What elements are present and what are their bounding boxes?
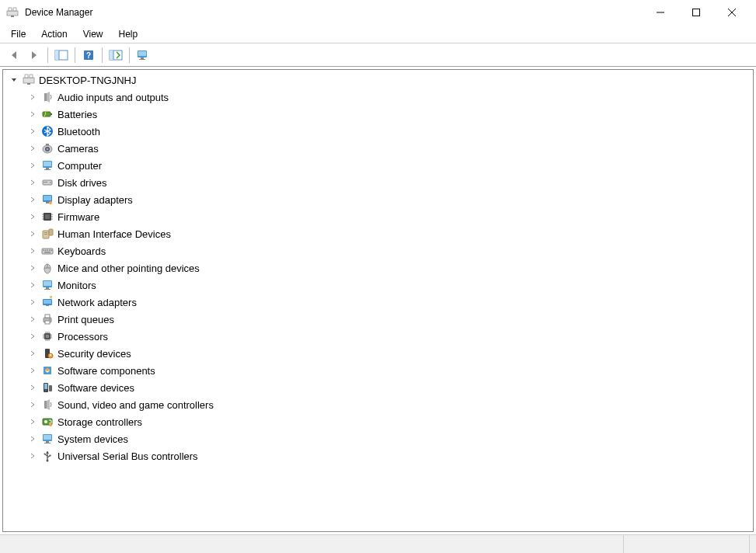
chevron-right-icon[interactable] <box>26 416 39 428</box>
svg-rect-112 <box>50 455 51 457</box>
svg-rect-99 <box>44 401 47 409</box>
chevron-right-icon[interactable] <box>26 193 39 206</box>
chevron-right-icon[interactable] <box>26 142 39 155</box>
svg-rect-14 <box>110 50 113 60</box>
chevron-right-icon[interactable] <box>26 381 39 394</box>
menu-action[interactable]: Action <box>33 26 75 42</box>
tree-category-node[interactable]: Computer <box>3 157 753 174</box>
storage-icon <box>40 415 54 429</box>
chevron-right-icon[interactable] <box>26 91 39 103</box>
svg-rect-60 <box>51 250 53 252</box>
tree-category-node[interactable]: Firmware <box>3 208 753 225</box>
chevron-right-icon[interactable] <box>26 347 39 360</box>
chevron-right-icon[interactable] <box>26 433 39 445</box>
menu-help[interactable]: Help <box>111 26 146 42</box>
tree-category-node[interactable]: Universal Serial Bus controllers <box>3 447 753 464</box>
tree-category-label: Processors <box>57 331 108 343</box>
tree-category-node[interactable]: Disk drives <box>3 174 753 191</box>
back-button[interactable] <box>5 46 23 64</box>
tree-category-label: Software devices <box>57 382 134 394</box>
tree-category-node[interactable]: Storage controllers <box>3 413 753 430</box>
menubar: File Action View Help <box>0 25 756 43</box>
svg-rect-104 <box>44 435 51 440</box>
chevron-right-icon[interactable] <box>26 245 39 257</box>
tree-category-node[interactable]: Processors <box>3 328 753 345</box>
status-segment <box>0 535 623 553</box>
tree-category-node[interactable]: System devices <box>3 430 753 447</box>
chevron-right-icon[interactable] <box>26 398 39 411</box>
chevron-right-icon[interactable] <box>26 313 39 325</box>
svg-rect-105 <box>46 441 49 443</box>
tree-category-label: Disk drives <box>57 177 107 189</box>
svg-rect-59 <box>49 250 51 252</box>
svg-rect-2 <box>13 8 16 11</box>
chevron-down-icon[interactable] <box>8 74 20 86</box>
tree-category-node[interactable]: Monitors <box>3 276 753 294</box>
tree-category-node[interactable]: Bluetooth <box>3 123 753 140</box>
show-hide-console-tree-button[interactable] <box>52 46 71 64</box>
software-comp-icon <box>40 363 54 377</box>
svg-rect-34 <box>46 168 49 169</box>
window-title: Device Manager <box>25 7 643 18</box>
toolbar-separator <box>102 47 103 63</box>
tree-category-node[interactable]: Print queues <box>3 311 753 328</box>
svg-rect-77 <box>46 335 49 338</box>
camera-icon <box>40 141 54 155</box>
chevron-right-icon[interactable] <box>26 262 39 274</box>
tree-root-node[interactable]: DESKTOP-TNGJNHJ <box>3 71 753 89</box>
help-button[interactable]: ? <box>79 46 98 64</box>
devices-printers-button[interactable] <box>134 46 152 64</box>
speaker-icon <box>40 90 54 104</box>
app-icon <box>6 6 19 19</box>
toolbar-separator <box>129 47 130 63</box>
chevron-right-icon[interactable] <box>26 210 39 223</box>
chevron-right-icon[interactable] <box>26 296 39 308</box>
svg-rect-25 <box>43 112 51 117</box>
svg-rect-20 <box>23 78 34 83</box>
chevron-right-icon[interactable] <box>26 159 39 172</box>
tree-category-label: Software components <box>57 365 155 377</box>
svg-rect-55 <box>42 249 53 254</box>
chevron-right-icon[interactable] <box>26 330 39 343</box>
chevron-right-icon[interactable] <box>26 108 39 120</box>
forward-button[interactable] <box>25 46 44 64</box>
svg-rect-41 <box>46 202 49 203</box>
tree-category-label: Display adapters <box>57 194 133 206</box>
tree-category-node[interactable]: Network adapters <box>3 294 753 311</box>
chevron-right-icon[interactable] <box>26 228 39 240</box>
svg-rect-9 <box>55 50 59 60</box>
menu-view[interactable]: View <box>75 26 111 42</box>
svg-rect-58 <box>47 250 49 252</box>
tree-category-label: Storage controllers <box>57 416 142 428</box>
scan-hardware-button[interactable] <box>106 46 125 64</box>
chevron-right-icon[interactable] <box>26 176 39 189</box>
chevron-right-icon[interactable] <box>26 450 39 462</box>
tree-category-node[interactable]: Sound, video and game controllers <box>3 396 753 413</box>
tree-category-label: Cameras <box>57 143 99 155</box>
chevron-right-icon[interactable] <box>26 364 39 377</box>
tree-category-node[interactable]: Batteries <box>3 106 753 123</box>
svg-rect-68 <box>44 289 51 290</box>
close-button[interactable] <box>714 0 750 25</box>
tree-category-node[interactable]: Human Interface Devices <box>3 225 753 242</box>
chevron-right-icon[interactable] <box>26 125 39 137</box>
software-dev-icon <box>40 381 54 395</box>
maximize-button[interactable] <box>678 0 714 25</box>
menu-file[interactable]: File <box>3 26 33 42</box>
tree-category-node[interactable]: Display adapters <box>3 191 753 208</box>
tree-category-node[interactable]: Cameras <box>3 140 753 157</box>
tree-category-node[interactable]: Mice and other pointing devices <box>3 259 753 276</box>
chevron-right-icon[interactable] <box>26 279 39 291</box>
tree-category-node[interactable]: Security devices <box>3 345 753 362</box>
tree-category-node[interactable]: Audio inputs and outputs <box>3 89 753 106</box>
tree-category-node[interactable]: Software components <box>3 362 753 379</box>
bluetooth-icon <box>40 124 54 138</box>
svg-rect-98 <box>49 385 52 391</box>
tree-category-label: Human Interface Devices <box>57 228 171 240</box>
status-segment <box>623 535 749 553</box>
tree-category-node[interactable]: Keyboards <box>3 242 753 259</box>
firmware-icon <box>40 210 54 224</box>
device-tree[interactable]: DESKTOP-TNGJNHJ Audio inputs and outputs… <box>2 69 754 532</box>
tree-category-node[interactable]: Software devices <box>3 379 753 396</box>
minimize-button[interactable] <box>643 0 678 25</box>
